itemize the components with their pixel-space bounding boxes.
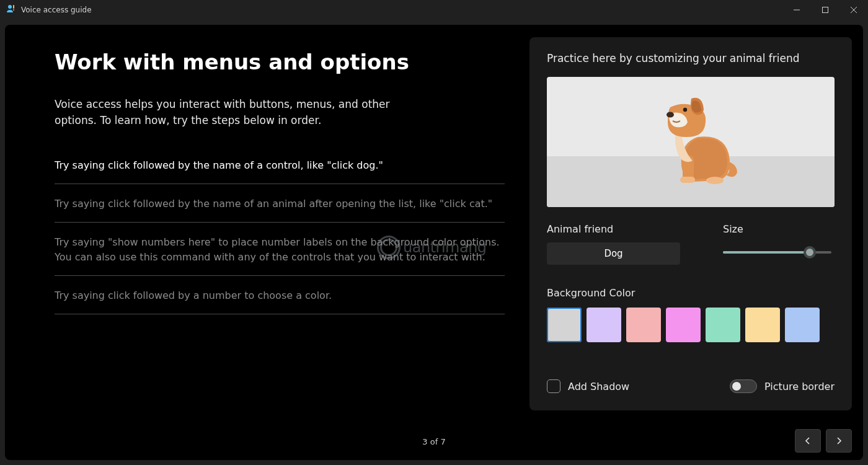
color-swatch[interactable] <box>785 308 820 342</box>
dog-image <box>655 89 748 187</box>
add-shadow-checkbox[interactable] <box>547 379 560 393</box>
color-swatch[interactable] <box>547 308 582 342</box>
titlebar: Voice access guide <box>0 0 868 20</box>
page-indicator: 3 of 7 <box>422 437 445 446</box>
window-title: Voice access guide <box>21 6 92 14</box>
practice-panel: Practice here by customizing your animal… <box>529 37 852 410</box>
add-shadow-option: Add Shadow <box>547 379 629 393</box>
svg-rect-5 <box>680 177 695 183</box>
footer: 3 of 7 <box>5 423 863 460</box>
main-card: Work with menus and options Voice access… <box>5 25 863 460</box>
close-button[interactable] <box>839 0 868 20</box>
app-window: Voice access guide Work with menus and o… <box>0 0 868 465</box>
options-row: Add Shadow Picture border <box>547 379 835 393</box>
color-swatches <box>547 308 835 342</box>
svg-point-8 <box>706 177 724 184</box>
step-item: Try saying click followed by the name of… <box>55 197 505 223</box>
svg-point-0 <box>8 5 12 9</box>
step-item: Try saying "show numbers here" to place … <box>55 235 505 277</box>
animal-friend-dropdown[interactable]: Dog <box>547 242 680 265</box>
animal-friend-label: Animal friend <box>547 223 704 235</box>
size-slider[interactable] <box>723 246 831 259</box>
controls-row: Animal friend Dog Size <box>547 223 835 265</box>
app-icon <box>6 4 16 16</box>
step-item: Try saying click followed by the name of… <box>55 158 505 184</box>
prev-button[interactable] <box>795 429 821 453</box>
add-shadow-label: Add Shadow <box>568 381 629 392</box>
practice-column: Practice here by customizing your animal… <box>529 37 852 410</box>
step-item: Try saying click followed by a number to… <box>55 288 505 314</box>
slider-thumb[interactable] <box>804 246 816 259</box>
instructions-panel: Work with menus and options Voice access… <box>5 25 529 423</box>
chevron-left-icon <box>804 436 812 445</box>
titlebar-left: Voice access guide <box>6 4 92 16</box>
practice-heading: Practice here by customizing your animal… <box>547 52 835 64</box>
color-swatch[interactable] <box>666 308 701 342</box>
color-swatch[interactable] <box>587 308 621 342</box>
svg-point-6 <box>666 112 674 118</box>
window-controls <box>782 0 868 20</box>
color-swatch[interactable] <box>745 308 780 342</box>
svg-rect-1 <box>13 5 14 9</box>
animal-friend-value: Dog <box>604 248 622 259</box>
next-button[interactable] <box>826 429 852 453</box>
svg-point-2 <box>13 9 14 11</box>
size-label: Size <box>723 223 835 235</box>
picture-border-label: Picture border <box>764 381 835 392</box>
animal-friend-field: Animal friend Dog <box>547 223 704 265</box>
page-intro: Voice access helps you interact with but… <box>55 97 414 128</box>
toggle-knob <box>732 382 741 391</box>
animal-preview <box>547 77 835 207</box>
picture-border-toggle[interactable] <box>730 379 757 393</box>
nav-buttons <box>795 429 852 453</box>
slider-fill <box>723 251 810 254</box>
picture-border-option: Picture border <box>730 379 835 393</box>
size-field: Size <box>723 223 835 265</box>
color-swatch[interactable] <box>626 308 661 342</box>
chevron-right-icon <box>835 436 843 445</box>
svg-point-7 <box>683 108 687 112</box>
svg-rect-3 <box>823 7 828 13</box>
steps-list: Try saying click followed by the name of… <box>55 158 505 327</box>
maximize-button[interactable] <box>811 0 839 20</box>
page-title: Work with menus and options <box>55 50 505 74</box>
minimize-button[interactable] <box>782 0 811 20</box>
content: Work with menus and options Voice access… <box>5 25 863 423</box>
bg-color-label: Background Color <box>547 287 835 299</box>
color-swatch[interactable] <box>706 308 740 342</box>
